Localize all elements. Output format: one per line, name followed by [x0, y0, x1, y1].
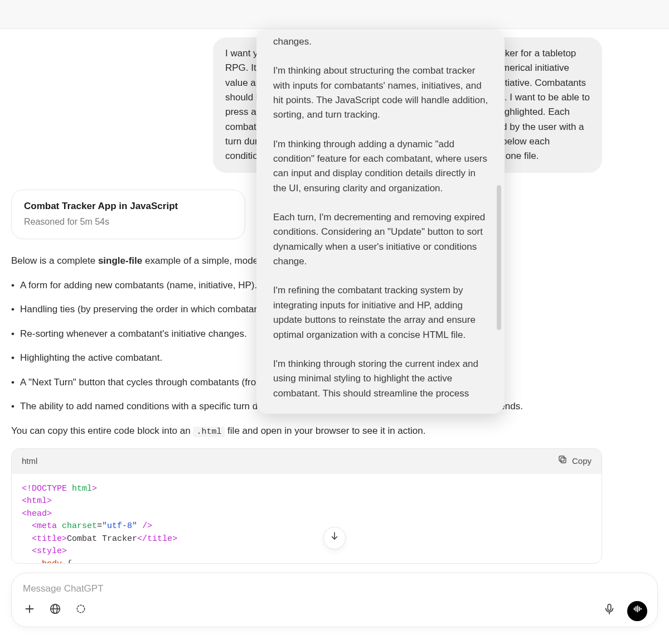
reasoning-para: changes.	[273, 35, 490, 49]
svg-rect-0	[561, 458, 566, 463]
scrollbar-track[interactable]	[497, 35, 501, 408]
svg-point-8	[77, 606, 84, 613]
code-body[interactable]: <!DOCTYPE html> <html> <head> <meta char…	[12, 474, 602, 563]
reasoning-para: I'm thinking through storing the current…	[273, 357, 490, 401]
voice-mode-button[interactable]	[627, 601, 647, 621]
composer-wrap	[11, 573, 658, 627]
attach-button[interactable]	[22, 603, 37, 619]
chat-canvas: I want you to write me a simple web app …	[0, 29, 669, 644]
copy-icon	[558, 454, 568, 468]
globe-icon	[49, 603, 61, 619]
message-input[interactable]	[22, 581, 647, 597]
copy-label: Copy	[572, 455, 592, 468]
scrollbar-thumb[interactable]	[497, 185, 501, 330]
answer-post: You can copy this entire code block into…	[11, 424, 602, 439]
mic-button[interactable]	[602, 603, 617, 619]
code-block: html Copy <!DOCTYPE html> <html> <head> …	[11, 448, 602, 564]
code-header: html Copy	[12, 449, 602, 474]
svg-rect-1	[559, 456, 564, 461]
scroll-to-bottom-button[interactable]	[323, 527, 346, 549]
dotted-circle-icon	[75, 603, 86, 619]
file-ext: .html	[193, 427, 225, 437]
reasoning-para: Each turn, I'm decrementing and removing…	[273, 210, 490, 269]
reasoning-para: I'm refining the combatant tracking syst…	[273, 283, 490, 342]
composer-right-icons	[602, 601, 647, 621]
plus-icon	[23, 603, 36, 619]
arrow-down-icon	[329, 531, 340, 545]
svg-rect-9	[608, 604, 611, 611]
web-button[interactable]	[47, 603, 63, 619]
top-bar	[0, 0, 669, 29]
reasoning-title: Combat Tracker App in JavaScript	[24, 199, 232, 214]
reasoning-para: I'm thinking about structuring the comba…	[273, 64, 490, 122]
microphone-icon	[603, 603, 615, 619]
reasoning-tooltip-panel[interactable]: changes. I'm thinking about structuring …	[256, 29, 505, 414]
composer[interactable]	[11, 573, 658, 627]
reasoning-duration: Reasoned for 5m 54s	[24, 215, 232, 229]
composer-toolbar	[22, 601, 647, 621]
reasoning-content: changes. I'm thinking about structuring …	[273, 35, 490, 401]
copy-button[interactable]: Copy	[558, 454, 592, 468]
composer-left-icons	[22, 603, 89, 619]
code-language-label: html	[22, 455, 37, 468]
waveform-icon	[632, 604, 642, 618]
tools-button[interactable]	[73, 603, 89, 619]
reasoning-para: I'm thinking through adding a dynamic "a…	[273, 137, 490, 196]
reasoning-summary-card[interactable]: Combat Tracker App in JavaScript Reasone…	[11, 190, 245, 240]
